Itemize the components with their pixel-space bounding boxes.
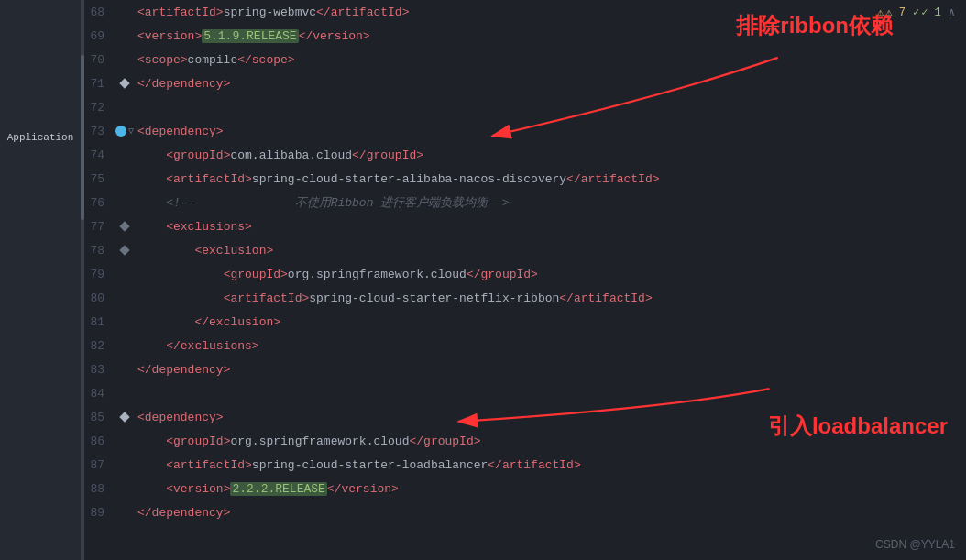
line-content: </dependency> xyxy=(134,77,966,91)
watermark: CSDN @YYLA1 xyxy=(875,538,955,551)
table-row: 85 <dependency> xyxy=(88,405,966,429)
line-number: 71 xyxy=(88,77,115,91)
line-number: 87 xyxy=(88,458,115,472)
table-row: 71 </dependency> xyxy=(88,71,966,95)
line-content: <groupId>org.springframework.cloud</grou… xyxy=(134,268,966,281)
table-row: 69 <version>5.1.9.RELEASE</version> xyxy=(88,24,966,48)
table-row: 73 ▽ <dependency> xyxy=(88,119,966,143)
line-number: 73 xyxy=(88,125,115,138)
line-content: <version>2.2.2.RELEASE</version> xyxy=(134,482,966,496)
line-number: 78 xyxy=(88,244,115,258)
table-row: 77 <exclusions> xyxy=(88,214,966,238)
line-content: <artifactId>spring-webmvc</artifactId> xyxy=(134,5,966,19)
line-number: 80 xyxy=(88,291,115,305)
line-number: 74 xyxy=(88,148,115,162)
line-content: <dependency> xyxy=(134,411,966,424)
table-row: 87 <artifactId>spring-cloud-starter-load… xyxy=(88,453,966,477)
line-number: 79 xyxy=(88,268,115,281)
table-row: 84 xyxy=(88,381,966,405)
table-row: 75 <artifactId>spring-cloud-starter-alib… xyxy=(88,167,966,191)
fold-icon xyxy=(119,412,129,422)
line-content: </exclusion> xyxy=(134,315,966,329)
line-content: <groupId>com.alibaba.cloud</groupId> xyxy=(134,148,966,162)
table-row: 83 </dependency> xyxy=(88,357,966,381)
line-number: 70 xyxy=(88,53,115,67)
table-row: 86 <groupId>org.springframework.cloud</g… xyxy=(88,429,966,453)
table-row: 68 <artifactId>spring-webmvc</artifactId… xyxy=(88,0,966,24)
line-number: 82 xyxy=(88,339,115,353)
line-number: 86 xyxy=(88,434,115,448)
line-number: 81 xyxy=(88,315,115,329)
table-row: 81 </exclusion> xyxy=(88,310,966,334)
line-content: <dependency> xyxy=(134,125,966,138)
fold-icon xyxy=(119,245,129,255)
line-gutter xyxy=(115,80,134,87)
sidebar: Application xyxy=(0,0,81,560)
table-row: 80 <artifactId>spring-cloud-starter-netf… xyxy=(88,286,966,310)
table-row: 82 </exclusions> xyxy=(88,334,966,357)
line-number: 85 xyxy=(88,411,115,424)
line-number: 68 xyxy=(88,5,115,19)
sidebar-item-application[interactable]: Application xyxy=(2,128,80,147)
table-row: 70 <scope>compile</scope> xyxy=(88,48,966,71)
line-content: <artifactId>spring-cloud-starter-netflix… xyxy=(134,291,966,305)
editor-scrollbar[interactable] xyxy=(81,0,84,560)
code-container: 68 <artifactId>spring-webmvc</artifactId… xyxy=(81,0,966,524)
line-number: 83 xyxy=(88,363,115,377)
line-content: <scope>compile</scope> xyxy=(134,53,966,67)
scrollbar-thumb xyxy=(81,55,84,220)
line-number: 88 xyxy=(88,482,115,496)
table-row: 89 </dependency> xyxy=(88,500,966,524)
line-content: <groupId>org.springframework.cloud</grou… xyxy=(134,434,966,448)
table-row: 74 <groupId>com.alibaba.cloud</groupId> xyxy=(88,143,966,167)
bookmark-icon xyxy=(115,126,126,137)
fold-icon xyxy=(119,221,129,231)
line-number: 76 xyxy=(88,196,115,210)
table-row: 79 <groupId>org.springframework.cloud</g… xyxy=(88,262,966,286)
line-content: </dependency> xyxy=(134,506,966,520)
line-number: 84 xyxy=(88,387,115,401)
fold-icon xyxy=(119,78,129,88)
line-content: <exclusion> xyxy=(134,244,966,258)
line-gutter xyxy=(115,413,134,421)
line-content: <artifactId>spring-cloud-starter-alibaba… xyxy=(134,172,966,186)
line-number: 75 xyxy=(88,172,115,186)
editor-area: ⚠ ⚠ 7 ✓ ✓ 1 ∧ 68 <artifactId>spring-webm… xyxy=(81,0,966,560)
table-row: 88 <version>2.2.2.RELEASE</version> xyxy=(88,477,966,500)
line-gutter xyxy=(115,223,134,230)
line-content: <!-- 不使用Ribbon 进行客户端负载均衡--> xyxy=(134,194,966,211)
table-row: 72 xyxy=(88,95,966,119)
line-content: <artifactId>spring-cloud-starter-loadbal… xyxy=(134,458,966,472)
table-row: 78 <exclusion> xyxy=(88,238,966,262)
line-number: 69 xyxy=(88,29,115,43)
line-gutter: ▽ xyxy=(115,126,134,137)
line-content: </exclusions> xyxy=(134,339,966,353)
line-number: 72 xyxy=(88,101,115,115)
line-gutter xyxy=(115,247,134,254)
line-content: <exclusions> xyxy=(134,220,966,234)
table-row: 76 <!-- 不使用Ribbon 进行客户端负载均衡--> xyxy=(88,191,966,214)
line-number: 77 xyxy=(88,220,115,234)
line-content: </dependency> xyxy=(134,363,966,377)
line-number: 89 xyxy=(88,506,115,520)
line-content: <version>5.1.9.RELEASE</version> xyxy=(134,29,966,43)
